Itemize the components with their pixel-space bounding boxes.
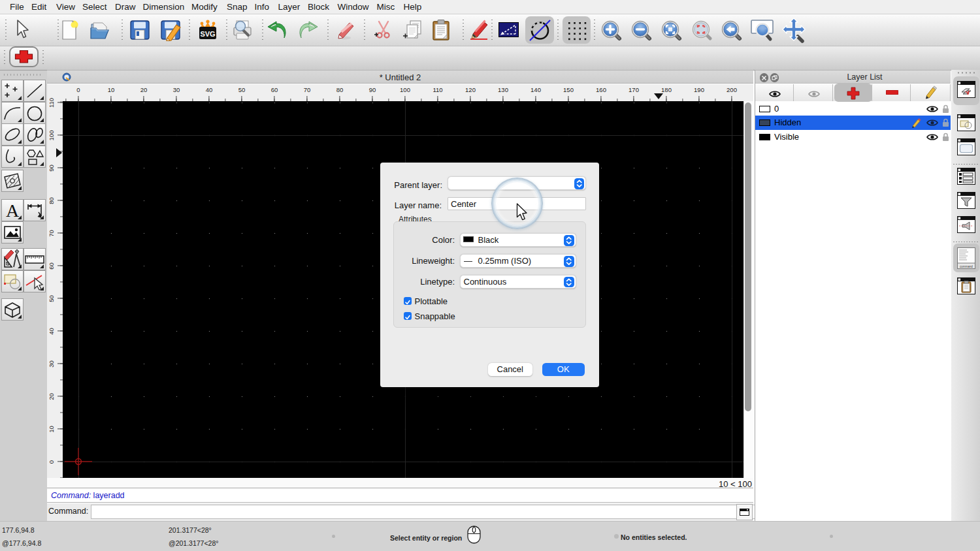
svg-text:SVG: SVG: [200, 30, 215, 38]
svg-text:command: command: [960, 265, 973, 268]
